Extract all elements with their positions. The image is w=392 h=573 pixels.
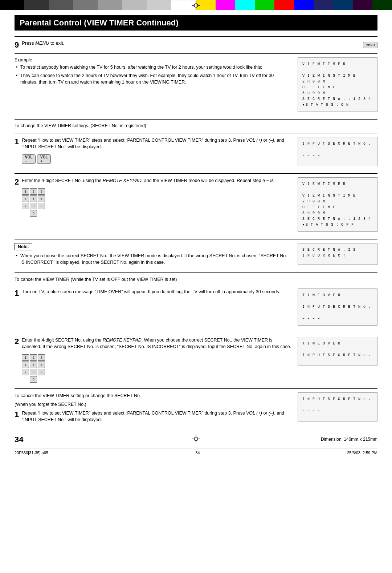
swatch-dk2	[333, 0, 353, 10]
screen3-line0: V I E W T I M E R	[302, 181, 373, 187]
key2-3[interactable]: 3	[38, 354, 45, 361]
screen-box-6: T I M E O V E R I N P U T S E C R E T N …	[298, 337, 377, 366]
step1-change-para: Repeat “How to set VIEW TIMER” steps and…	[22, 137, 292, 150]
page-number-bottom: 34	[15, 435, 135, 444]
screen7-line0: I N P U T S E C R E T N o .	[302, 396, 373, 402]
screen5-line3	[302, 310, 373, 316]
footer: 20F630[31-35].p65 34 25/3/03, 2:59 PM	[15, 448, 377, 456]
key-1[interactable]: 1	[22, 188, 29, 195]
screen5-line2: I N P U T S E C R E T N o .	[302, 304, 373, 310]
step1-change-screen: I N P U T S E C R E T N o . – – – –	[298, 137, 377, 170]
footer-right: 25/3/03, 2:59 PM	[347, 451, 377, 455]
step1-cancel2-text: Repeat “How to set VIEW TIMER” steps and…	[22, 410, 292, 425]
key-5[interactable]: 5	[30, 195, 37, 202]
svg-point-5	[194, 437, 198, 441]
screen3-line6: S E C R E T N o . : 1 2 3 4	[302, 216, 373, 222]
swatch-blue	[294, 0, 314, 10]
page-container: Parental Control (VIEW TIMER Continued) …	[0, 10, 392, 464]
key-6[interactable]: 6	[38, 195, 45, 202]
step2-cancel-section: 2 Enter the 4-digit SECRET No. using the…	[15, 333, 377, 388]
key-4[interactable]: 4	[22, 195, 29, 202]
swatch-d1	[24, 0, 49, 10]
to-cancel2-subheading: (When you forget the SECRET No.)	[15, 401, 292, 408]
crosshair-bottom-icon	[192, 435, 200, 443]
key-3[interactable]: 3	[38, 188, 45, 195]
note-left: Note: When you choose the correct SECRET…	[15, 243, 298, 269]
key2-2[interactable]: 2	[30, 354, 37, 361]
example-section: Example To restrict anybody from watchin…	[15, 53, 377, 119]
note-bullets: When you choose the correct SECRET No., …	[15, 253, 292, 266]
step2-cancel-content: 2 Enter the 4-digit SECRET No. using the…	[15, 337, 292, 385]
step2-change-num: 2	[15, 177, 19, 187]
to-cancel2-screen: I N P U T S E C R E T N o . – – – –	[298, 392, 377, 425]
screen-box-1: V I E W T I M E R V I E W I N G T I M E …	[298, 57, 377, 112]
swatch-d2	[49, 0, 73, 10]
key2-4[interactable]: 4	[22, 362, 29, 368]
key2-6[interactable]: 6	[38, 362, 45, 368]
swatch-d6	[147, 0, 171, 10]
vol-buttons: VOL − VOL +	[22, 154, 51, 164]
key2-1[interactable]: 1	[22, 354, 29, 361]
vol-plus-button[interactable]: VOL +	[37, 154, 51, 164]
step1-change-text: Repeat “How to set VIEW TIMER” steps and…	[22, 137, 292, 166]
key-9[interactable]: 9	[38, 203, 45, 209]
step1-change-content: 1 Repeat “How to set VIEW TIMER” steps a…	[15, 137, 292, 166]
step2-change-left: 2 Enter the 4-digit SECRET No. using the…	[15, 177, 298, 235]
screen1-line1	[302, 67, 373, 73]
key2-5[interactable]: 5	[30, 362, 37, 368]
step2-change-screen: V I E W T I M E R V I E W I N G T I M E …	[298, 177, 377, 235]
example-screen: V I E W T I M E R V I E W I N G T I M E …	[298, 57, 377, 116]
vol-minus-button[interactable]: VOL −	[22, 154, 36, 164]
page-title: Parental Control (VIEW TIMER Continued)	[15, 15, 377, 31]
screen3-bullet: S T A T U S : O F F	[302, 222, 373, 228]
step2-change-section: 2 Enter the 4-digit SECRET No. using the…	[15, 173, 377, 239]
top-bar-right	[196, 0, 392, 10]
swatch-red	[274, 0, 294, 10]
note-box-label: Note:	[15, 243, 32, 250]
to-cancel-right-empty	[298, 276, 377, 285]
key-2[interactable]: 2	[30, 188, 37, 195]
swatch-cyan	[235, 0, 255, 10]
screen7-line2: – – – –	[302, 408, 373, 414]
screen1-line2: V I E W I N G T I M E	[302, 73, 373, 79]
crosshair-top	[191, 1, 201, 9]
screen-box-5: T I M E O V E R I N P U T S E C R E T N …	[298, 288, 377, 326]
step1-cancel-num: 1	[15, 288, 19, 298]
swatch-d4	[98, 0, 122, 10]
step2-change-para: Enter the 4-digit SECRET No. using the R…	[22, 177, 292, 184]
example-left: Example To restrict anybody from watchin…	[15, 57, 298, 116]
key2-0[interactable]: 0	[30, 376, 37, 383]
swatch-dk3	[353, 0, 372, 10]
key-7[interactable]: 7	[22, 203, 29, 209]
screen4-line1: I N C O R R E C T	[302, 253, 373, 259]
note-bullet-1: When you choose the correct SECRET No., …	[15, 253, 292, 266]
menu-button[interactable]: MENU	[363, 42, 377, 48]
key2-9[interactable]: 9	[38, 369, 45, 375]
step9-num: 9	[15, 40, 19, 50]
to-cancel2-heading: To cancel the VIEW TIMER setting or chan…	[15, 392, 292, 399]
key-0[interactable]: 0	[30, 210, 37, 217]
step1-change-num: 1	[15, 137, 19, 146]
step1-cancel2-para: Repeat “How to set VIEW TIMER” steps and…	[22, 410, 292, 423]
step9-text: 9 Press MENU to exit.	[15, 40, 64, 50]
keypad2-container: 1 2 3 4 5 6 7 8 9 0	[22, 352, 292, 385]
key2-8[interactable]: 8	[30, 369, 37, 375]
screen5-line4: – – – –	[302, 316, 373, 322]
step2-cancel-left: 2 Enter the 4-digit SECRET No. using the…	[15, 337, 298, 385]
dimension-text: Dimension: 140mm x 215mm	[321, 437, 377, 442]
note-section: Note: When you choose the correct SECRET…	[15, 239, 377, 272]
step1-cancel2-num: 1	[15, 410, 19, 419]
key2-7[interactable]: 7	[22, 369, 29, 375]
step2-cancel-num: 2	[15, 337, 19, 346]
screen2-line1	[302, 147, 373, 153]
step1-change-section: 1 Repeat “How to set VIEW TIMER” steps a…	[15, 133, 377, 173]
swatch-black	[0, 0, 24, 10]
to-change-heading: To change the VIEW TIMER settings. (SECR…	[15, 122, 292, 129]
dimension-area: Dimension: 140mm x 215mm	[257, 436, 377, 442]
swatch-dk4	[372, 0, 392, 10]
screen1-bullet: S T A T U S : O N	[302, 102, 373, 108]
step2-change-text: Enter the 4-digit SECRET No. using the R…	[22, 177, 292, 219]
step9-text-post: to exit.	[49, 40, 64, 46]
key-8[interactable]: 8	[30, 203, 37, 209]
swatch-green	[255, 0, 274, 10]
